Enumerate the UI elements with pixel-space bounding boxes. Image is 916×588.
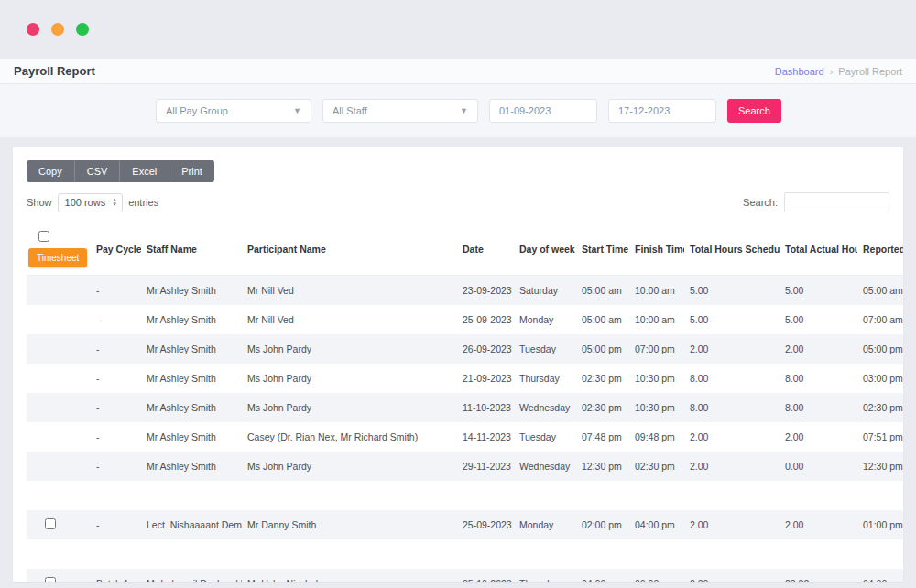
cell-reported-start-time: 05:00 pm [857,334,903,364]
cell-total-hours-scheduled: 2.00 [684,452,780,481]
cell-total-hours-scheduled: 2.00 [684,334,780,364]
cell-pay-cycle: Batch 1 [91,569,141,583]
cell-day-of-week: Monday [514,510,576,539]
cell-pay-cycle: - [91,510,141,539]
cell-start-time: 02:30 pm [576,393,629,422]
cell-reported-start-time: 07:51 pm [857,422,903,452]
cell-date: 26-09-2023 [457,334,514,364]
search-button[interactable]: Search [727,99,781,123]
cell-start-time: 02:00 pm [576,510,629,539]
cell-start-time: 04:00 pm [576,569,629,583]
cell-participant-name: Ms John Pardy [242,364,457,393]
page-header: Payroll Report Dashboard › Payroll Repor… [0,59,916,84]
cell-participant-name: Ms John Pardy [242,334,457,364]
window-maximize-icon[interactable] [76,23,89,36]
export-excel-button[interactable]: Excel [120,160,169,182]
cell-day-of-week: Wednesday [514,452,576,481]
table-search-input[interactable] [784,192,889,212]
window-title-bar [0,0,916,59]
column-header-participant-name[interactable]: Participant Name [242,223,457,276]
staff-select[interactable]: All Staff ▼ [322,99,478,123]
table-row: Batch 1Mr Indraneil DeshmukhMr Usha Nisc… [27,569,903,583]
payroll-table: Timesheet Pay CycleStaff NameParticipant… [27,223,903,582]
column-header-day-of-week[interactable]: Day of week [514,223,576,276]
cell-participant-name: Mr Danny Smith [242,510,457,539]
cell-finish-time: 04:00 pm [629,510,684,539]
export-csv-button[interactable]: CSV [75,160,121,182]
column-header-staff-name[interactable]: Staff Name [141,223,242,276]
cell-pay-cycle: - [91,305,141,334]
cell-date: 14-11-2023 [457,422,514,452]
entries-label: entries [128,197,158,208]
column-header-start-time[interactable]: Start Time [576,223,629,276]
cell-date: 29-11-2023 [457,452,514,481]
cell-start-time: 02:30 pm [576,364,629,393]
window-close-icon[interactable] [27,23,39,36]
cell-pay-cycle: - [91,452,141,481]
cell-total-actual-hours: 2.00 [780,334,857,364]
cell-finish-time: 10:00 am [629,276,684,305]
column-header-total-actual-hours[interactable]: Total Actual Hours [780,223,857,276]
staff-select-value: All Staff [333,105,367,116]
export-copy-button[interactable]: Copy [27,160,75,182]
row-checkbox-cell [27,452,91,481]
payroll-table-wrap: Timesheet Pay CycleStaff NameParticipant… [27,223,903,582]
column-header-pay-cycle[interactable]: Pay Cycle [91,223,141,276]
cell-total-actual-hours: 2.00 [780,422,857,452]
cell-start-time: 05:00 pm [576,334,629,364]
column-header-total-hours-scheduled[interactable]: Total Hours Scheduled [684,223,780,276]
table-row: -Mr Ashley SmithCasey (Dr. Rian Nex, Mr … [27,422,903,452]
table-row: -Mr Ashley SmithMr Nill Ved25-09-2023Mon… [27,305,903,334]
cell-participant-name: Ms John Pardy [242,452,457,481]
timesheet-button[interactable]: Timesheet [28,248,87,267]
cell-start-time: 07:48 pm [576,422,629,452]
row-checkbox-cell [27,364,91,393]
page-length-control: Show 100 rows ▲▼ entries [27,193,158,212]
window-minimize-icon[interactable] [51,23,64,36]
chevron-down-icon: ▼ [460,106,468,115]
column-header-date[interactable]: Date [457,223,514,276]
cell-total-actual-hours: 5.00 [780,305,857,334]
rows-per-page-select[interactable]: 100 rows ▲▼ [58,193,124,212]
cell-staff-name: Mr Ashley Smith [141,305,242,334]
select-all-checkbox[interactable] [38,231,49,242]
cell-total-hours-scheduled: 5.00 [684,276,780,305]
column-header-finish-time[interactable]: Finish Time [629,223,684,276]
table-head-row: Timesheet Pay CycleStaff NameParticipant… [27,223,903,276]
show-label: Show [27,197,52,208]
cell-day-of-week: Thursday [514,364,576,393]
cell-staff-name: Mr Ashley Smith [141,364,242,393]
chevron-down-icon: ▼ [293,106,301,115]
cell-total-actual-hours: 5.00 [780,276,857,305]
cell-finish-time: 09:48 pm [629,422,684,452]
row-checkbox-cell [27,422,91,452]
row-checkbox[interactable] [45,518,56,529]
rows-per-page-value: 100 rows [65,197,106,208]
report-card: CopyCSVExcelPrint Show 100 rows ▲▼ entri… [13,147,903,582]
cell-reported-start-time: 04:00 pm [857,569,903,583]
cell-reported-start-time: 01:00 pm [857,510,903,539]
row-checkbox[interactable] [45,577,56,583]
cell-staff-name: Mr Ashley Smith [141,452,242,481]
pay-group-select[interactable]: All Pay Group ▼ [156,99,311,123]
cell-day-of-week: Saturday [514,276,576,305]
table-row: -Mr Ashley SmithMs John Pardy29-11-2023W… [27,452,903,481]
cell-start-time: 05:00 am [576,305,629,334]
cell-staff-name: Mr Ashley Smith [141,334,242,364]
pay-group-select-value: All Pay Group [166,105,228,116]
export-print-button[interactable]: Print [169,160,214,182]
cell-total-hours-scheduled: 5.00 [684,305,780,334]
cell-finish-time: 10:30 pm [629,393,684,422]
date-to-input[interactable] [608,99,716,123]
cell-day-of-week: Tuesday [514,334,576,364]
cell-date: 23-09-2023 [457,276,514,305]
breadcrumb: Dashboard › Payroll Report [775,66,902,77]
cell-pay-cycle: - [91,393,141,422]
breadcrumb-dashboard-link[interactable]: Dashboard [775,66,824,77]
date-from-input[interactable] [489,99,597,123]
cell-staff-name: Mr Indraneil Deshmukh [141,569,242,583]
cell-staff-name: Mr Ashley Smith [141,422,242,452]
row-checkbox-cell [27,510,91,539]
column-header-reported-start-time[interactable]: Reported Start Time [857,223,903,276]
row-checkbox-cell [27,334,91,364]
